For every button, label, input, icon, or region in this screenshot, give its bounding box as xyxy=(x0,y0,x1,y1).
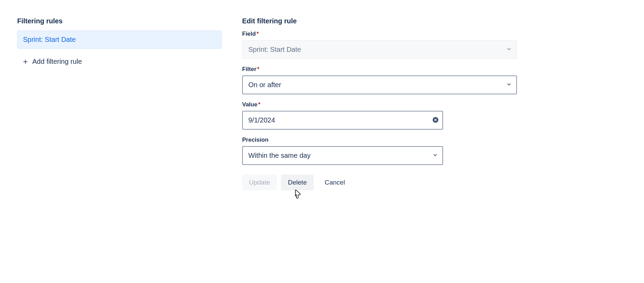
edit-rule-panel: Edit filtering rule Field* Sprint: Start… xyxy=(242,17,517,190)
filtering-rules-title: Filtering rules xyxy=(17,17,222,25)
precision-select-wrapper[interactable]: Within the same day xyxy=(242,146,443,165)
cancel-button[interactable]: Cancel xyxy=(318,175,352,190)
add-rule-label: Add filtering rule xyxy=(32,58,82,66)
value-group: Value* xyxy=(242,101,517,130)
required-asterisk: * xyxy=(258,101,260,108)
required-asterisk: * xyxy=(257,66,260,72)
filter-select[interactable]: On or after xyxy=(242,75,517,94)
left-panel: Filtering rules Sprint: Start Date Add f… xyxy=(17,17,222,190)
field-group: Field* Sprint: Start Date xyxy=(242,31,517,59)
field-select: Sprint: Start Date xyxy=(242,40,517,59)
plus-icon xyxy=(22,58,29,65)
required-asterisk: * xyxy=(257,31,259,37)
rule-item-sprint-start-date[interactable]: Sprint: Start Date xyxy=(17,31,222,49)
value-label: Value* xyxy=(242,101,517,108)
add-filtering-rule-button[interactable]: Add filtering rule xyxy=(17,54,87,69)
filter-label: Filter* xyxy=(242,66,517,73)
edit-rule-title: Edit filtering rule xyxy=(242,17,517,25)
precision-group: Precision Within the same day xyxy=(242,137,517,165)
clear-icon xyxy=(432,116,439,124)
delete-button[interactable]: Delete xyxy=(281,175,314,190)
precision-label: Precision xyxy=(242,137,517,143)
field-label: Field* xyxy=(242,31,517,37)
button-row: Update Delete Cancel xyxy=(242,175,517,190)
precision-select[interactable]: Within the same day xyxy=(242,146,443,165)
field-select-wrapper: Sprint: Start Date xyxy=(242,40,517,59)
filter-group: Filter* On or after xyxy=(242,66,517,94)
clear-input-button[interactable] xyxy=(432,116,439,124)
filter-select-wrapper[interactable]: On or after xyxy=(242,75,517,94)
update-button[interactable]: Update xyxy=(242,175,277,190)
filtering-rules-container: Filtering rules Sprint: Start Date Add f… xyxy=(17,17,532,190)
cursor-pointer-icon xyxy=(292,189,303,202)
value-input[interactable] xyxy=(242,111,443,130)
value-input-wrapper xyxy=(242,111,443,130)
